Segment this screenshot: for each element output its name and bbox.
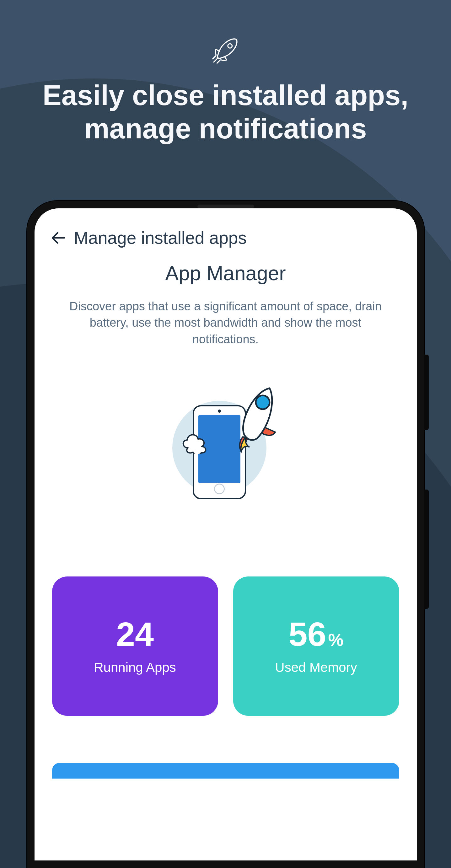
used-memory-label: Used Memory [275, 660, 357, 675]
action-button[interactable] [52, 763, 399, 779]
running-apps-label: Running Apps [94, 660, 176, 675]
rocket-illustration-icon [222, 385, 282, 460]
topbar-title: Manage installed apps [74, 228, 247, 248]
svg-point-0 [228, 43, 232, 48]
rocket-icon [208, 33, 243, 69]
phone-mockup: Manage installed apps App Manager Discov… [27, 201, 424, 868]
hero-section: Easily close installed apps, manage noti… [0, 0, 451, 145]
running-apps-card[interactable]: 24 Running Apps [52, 577, 218, 716]
page-description: Discover apps that use a significant amo… [47, 298, 404, 347]
app-screen: Manage installed apps App Manager Discov… [34, 208, 417, 861]
arrow-left-icon [50, 229, 67, 247]
used-memory-value: 56 [289, 617, 326, 651]
back-button[interactable] [49, 228, 68, 247]
used-memory-card[interactable]: 56 % Used Memory [233, 577, 399, 716]
used-memory-unit: % [328, 631, 344, 649]
stats-cards: 24 Running Apps 56 % Used Memory [47, 577, 404, 716]
hero-title: Easily close installed apps, manage noti… [0, 79, 451, 145]
running-apps-value: 24 [116, 617, 154, 651]
cloud-icon [179, 426, 216, 454]
svg-point-2 [256, 395, 270, 409]
page-title: App Manager [47, 262, 404, 285]
app-topbar: Manage installed apps [47, 226, 404, 258]
hero-illustration [47, 385, 404, 498]
